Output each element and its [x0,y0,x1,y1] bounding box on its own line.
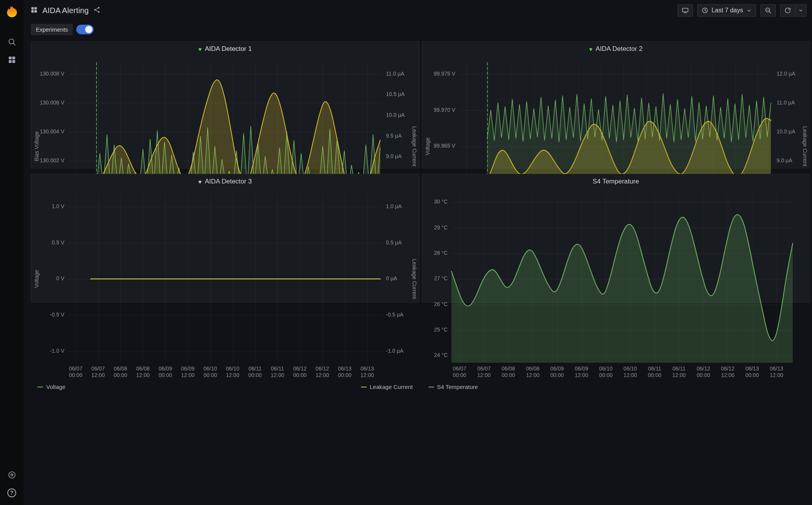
tv-icon [682,7,689,14]
panel: ♥ AIDA Detector 2 Voltage Leakage Curren… [422,41,810,168]
panel-header[interactable]: ♥ AIDA Detector 1 [31,42,419,56]
legend-item[interactable]: Leakage Current [361,384,413,390]
legend-left: Voltage [37,384,65,390]
panel: ♥ AIDA Detector 3 Voltage Leakage Curren… [31,174,419,303]
panel-title: AIDA Detector 2 [596,45,643,53]
legend-label: Voltage [46,384,65,390]
zoom-out-icon [765,7,772,14]
legend-item[interactable]: Voltage [37,384,65,390]
refresh-button[interactable] [780,4,795,17]
legend-series-color [428,387,434,387]
legend-label: Leakage Current [370,384,413,390]
legend-label: S4 Temperature [437,384,478,390]
submenu: Experiments [23,21,812,35]
search-icon[interactable] [7,37,17,47]
refresh-interval-button[interactable] [795,4,807,17]
dashboard-icon [30,6,38,15]
share-icon[interactable] [93,6,101,15]
panel-title: AIDA Detector 3 [205,178,252,185]
legend-series-color [361,387,367,387]
topbar: AIDA Alerting Last 7 days [23,0,812,21]
alert-heart-icon: ♥ [198,179,202,185]
zoom-out-button[interactable] [760,4,776,17]
panel-legend: Voltage Leakage Current [31,383,419,394]
time-series-chart[interactable] [422,189,810,383]
chevron-down-icon [746,8,752,13]
clock-icon [701,7,708,14]
time-range-label: Last 7 days [711,7,743,14]
panel-header[interactable]: ♥ AIDA Detector 2 [422,42,810,56]
tv-mode-button[interactable] [678,4,693,17]
dashboard: ♥ AIDA Detector 1 Voltage Leakage Curren… [23,35,812,303]
legend-series-color [37,387,43,387]
panel-header[interactable]: ♥ AIDA Detector 3 [31,174,419,189]
sidebar: ? [0,0,23,505]
alert-heart-icon: ♥ [589,46,592,52]
alert-heart-icon: ♥ [198,46,202,52]
refresh-icon [784,7,791,14]
panel-header[interactable]: S4 Temperature [422,174,810,189]
panel: ♥ AIDA Detector 1 Voltage Leakage Curren… [31,41,419,168]
time-series-chart[interactable] [31,189,419,383]
panel: S4 Temperature S4 Temperature [422,174,810,303]
panel-title: S4 Temperature [592,178,639,185]
legend-item[interactable]: S4 Temperature [428,384,478,390]
help-icon[interactable]: ? [7,488,17,497]
toggle-knob [85,26,92,33]
legend-left: S4 Temperature [428,384,478,390]
panel-title: AIDA Detector 1 [205,45,252,53]
apps-grid-icon[interactable] [7,55,17,64]
legend-right: Leakage Current [361,384,413,390]
help-glyph: ? [7,488,16,497]
experiments-toggle[interactable] [76,25,94,34]
grafana-logo[interactable] [5,4,19,19]
dashboard-row-2: ♥ AIDA Detector 3 Voltage Leakage Curren… [31,174,810,303]
page-title[interactable]: AIDA Alerting [42,6,89,15]
chevron-down-icon [798,8,804,13]
dashboard-row-1: ♥ AIDA Detector 1 Voltage Leakage Curren… [31,41,810,168]
experiments-variable-label[interactable]: Experiments [31,24,73,35]
time-range-picker[interactable]: Last 7 days [697,4,756,17]
sign-in-icon[interactable] [7,470,17,480]
panel-legend: S4 Temperature [422,383,810,394]
